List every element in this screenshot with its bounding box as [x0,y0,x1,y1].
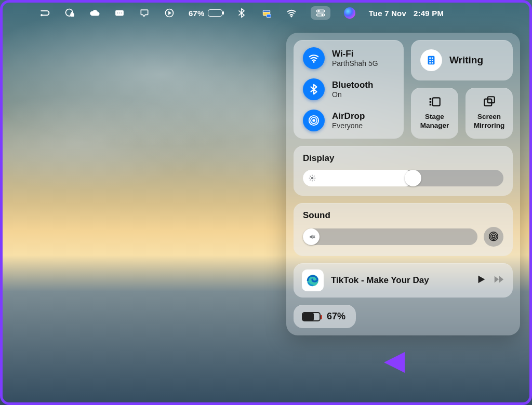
svg-point-36 [493,235,495,238]
wifi-subtitle: ParthShah 5G [332,59,378,68]
menubar-time[interactable]: 2:49 PM [414,9,444,18]
svg-point-6 [121,12,122,14]
airdrop-subtitle: Everyone [332,122,365,130]
bluetooth-icon[interactable] [303,78,325,100]
menubar-battery[interactable]: 67% [189,9,222,18]
battery-icon [208,9,222,17]
svg-rect-10 [267,15,271,18]
focus-tile[interactable]: Writing [411,40,513,80]
display-slider[interactable] [303,170,503,186]
screen-mirroring-label: Screen Mirroring [474,113,504,130]
connectivity-tile: Wi-Fi ParthShah 5G Bluetooth On AirDro [294,40,404,139]
display-slider-fill [303,170,413,186]
battery-tile-icon [302,312,321,321]
edge-icon [306,274,320,287]
menubar-date[interactable]: Tue 7 Nov [369,9,406,18]
now-playing-title: TikTok - Make Your Day [331,275,468,286]
now-playing-tile[interactable]: TikTok - Make Your Day [294,263,513,298]
svg-rect-26 [432,62,433,64]
sound-slider[interactable] [303,228,477,245]
menubar-battery-pct: 67% [189,9,205,18]
play-button[interactable] [475,274,487,287]
control-center: Wi-Fi ParthShah 5G Bluetooth On AirDro [286,33,520,335]
sound-tile: Sound [294,203,513,256]
svg-rect-29 [430,101,431,102]
now-playing-artwork [302,269,324,291]
svg-point-37 [491,234,497,239]
display-tile: Display [294,146,513,196]
svg-rect-12 [316,10,324,12]
display-title: Display [303,153,503,164]
menubar-control-center-button[interactable] [311,6,330,20]
menubar-vpn-icon[interactable] [39,7,50,19]
svg-rect-2 [71,14,74,17]
svg-point-16 [313,61,314,63]
svg-point-33 [311,177,314,180]
menubar-bluetooth-icon[interactable] [236,7,247,19]
brightness-icon [308,174,316,182]
bluetooth-title: Bluetooth [332,80,373,90]
svg-rect-27 [432,98,440,106]
menubar-cloud-icon[interactable] [89,7,100,19]
battery-tile-fill [303,313,314,320]
airdrop-row[interactable]: AirDrop Everyone [303,110,394,131]
wifi-title: Wi-Fi [332,49,378,59]
menubar-wifi-icon[interactable] [286,7,297,19]
airdrop-title: AirDrop [332,111,365,122]
svg-rect-25 [429,62,431,64]
airplay-audio-button[interactable] [484,227,503,247]
svg-point-5 [119,12,120,14]
svg-rect-20 [428,56,435,65]
stage-manager-label: Stage Manager [420,113,449,130]
focus-icon [420,49,442,71]
svg-rect-21 [429,58,431,59]
svg-point-17 [312,119,315,122]
fast-forward-button[interactable] [493,274,504,287]
menubar-play-icon[interactable] [164,7,175,19]
svg-rect-24 [432,60,433,61]
menubar-app-icon[interactable] [261,7,272,19]
screen-mirroring-icon [483,95,496,109]
wifi-icon[interactable] [303,47,325,69]
svg-rect-28 [430,99,431,100]
svg-point-15 [321,14,323,16]
stage-manager-tile[interactable]: Stage Manager [411,88,458,139]
battery-tile-pct: 67% [327,311,345,322]
svg-point-0 [41,15,43,16]
battery-tile[interactable]: 67% [294,305,356,328]
svg-rect-14 [316,14,324,16]
menubar: 67% Tue 7 Nov 2:49 PM [3,3,529,23]
mute-icon [308,233,316,241]
menubar-siri-icon[interactable] [344,7,355,19]
stage-manager-icon [428,95,442,109]
menubar-cast-icon[interactable] [139,7,150,19]
svg-rect-22 [432,58,433,59]
svg-point-13 [318,10,320,12]
airplay-icon [488,232,499,242]
menubar-input-icon[interactable] [114,7,125,19]
display-slider-thumb[interactable] [405,170,421,186]
svg-point-4 [117,12,118,14]
svg-rect-9 [263,10,270,12]
screen-mirroring-tile[interactable]: Screen Mirroring [466,88,513,139]
airdrop-icon[interactable] [303,110,325,131]
annotation-arrow [384,349,467,375]
menubar-location-lock-icon[interactable] [64,7,75,19]
bluetooth-subtitle: On [332,90,373,99]
svg-point-11 [290,16,292,17]
bluetooth-row[interactable]: Bluetooth On [303,78,394,100]
sound-title: Sound [303,210,503,221]
svg-rect-23 [429,60,431,61]
svg-rect-30 [430,104,431,105]
wifi-row[interactable]: Wi-Fi ParthShah 5G [303,47,394,69]
focus-label: Writing [449,55,483,66]
